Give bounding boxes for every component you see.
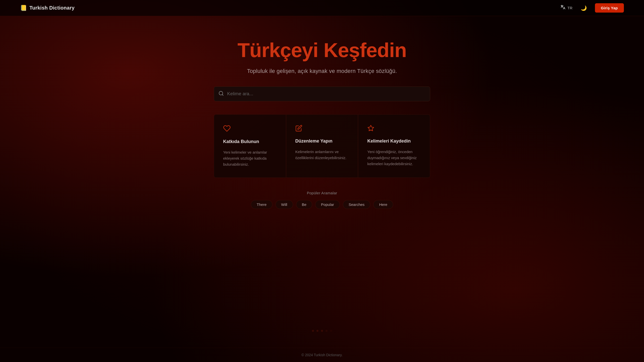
tag-will[interactable]: Will (275, 200, 293, 209)
hero-subtitle: Topluluk ile gelişen, açık kaynak ve mod… (247, 68, 397, 74)
lang-label: TR (568, 6, 573, 10)
decorative-circles (312, 330, 332, 332)
main-content: Türkçeyi Keşfedin Topluluk ile gelişen, … (0, 16, 644, 209)
popular-label: Popüler Aramalar (307, 191, 337, 195)
heart-icon (223, 125, 277, 134)
navbar-right: TR 🌙 Giriş Yap (560, 3, 624, 13)
search-container (214, 86, 430, 101)
tag-here[interactable]: Here (373, 200, 393, 209)
save-title: Kelimeleri Kaydedin (367, 139, 421, 144)
tag-be[interactable]: Be (296, 200, 312, 209)
theme-toggle-button[interactable]: 🌙 (579, 4, 589, 12)
brand-link[interactable]: 📒 Turkish Dictionary (20, 5, 75, 11)
tag-popular[interactable]: Popular (315, 200, 340, 209)
navbar: 📒 Turkish Dictionary TR 🌙 Giriş Yap (0, 0, 644, 16)
contribute-title: Katkıda Bulunun (223, 139, 277, 144)
contribute-card: Katkıda Bulunun Yeni kelimeler ve anlaml… (214, 114, 286, 178)
footer: © 2024 Turkish Dictionary. (0, 348, 644, 362)
contribute-desc: Yeni kelimeler ve anlamlar ekleyerek söz… (223, 149, 277, 167)
book-icon: 📒 (20, 5, 27, 11)
translate-icon (560, 5, 566, 11)
sparkle-icon (367, 125, 421, 133)
save-card: Kelimeleri Kaydedin Yeni öğrendiğiniz, ö… (358, 114, 430, 178)
brand-title: Turkish Dictionary (29, 5, 75, 11)
moon-icon: 🌙 (581, 5, 587, 11)
login-button[interactable]: Giriş Yap (595, 3, 624, 13)
tag-there[interactable]: There (251, 200, 272, 209)
feature-cards: Katkıda Bulunun Yeni kelimeler ve anlaml… (214, 114, 430, 178)
svg-marker-2 (368, 125, 374, 131)
language-selector[interactable]: TR (560, 5, 573, 11)
save-desc: Yeni öğrendiğiniz, önceden duymadığınız … (367, 149, 421, 167)
search-input[interactable] (214, 86, 430, 101)
popular-tags: There Will Be Popular Searches Here (251, 200, 393, 209)
edit-title: Düzenleme Yapın (295, 139, 349, 144)
edit-card: Düzenleme Yapın Kelimelerin anlamlarını … (286, 114, 358, 178)
popular-section: Popüler Aramalar There Will Be Popular S… (251, 191, 393, 209)
tag-searches[interactable]: Searches (343, 200, 370, 209)
hero-title: Türkçeyi Keşfedin (237, 39, 407, 62)
footer-text: © 2024 Turkish Dictionary. (301, 353, 342, 357)
edit-desc: Kelimelerin anlamlarını ve özelliklerini… (295, 149, 349, 161)
edit-icon (295, 125, 349, 133)
